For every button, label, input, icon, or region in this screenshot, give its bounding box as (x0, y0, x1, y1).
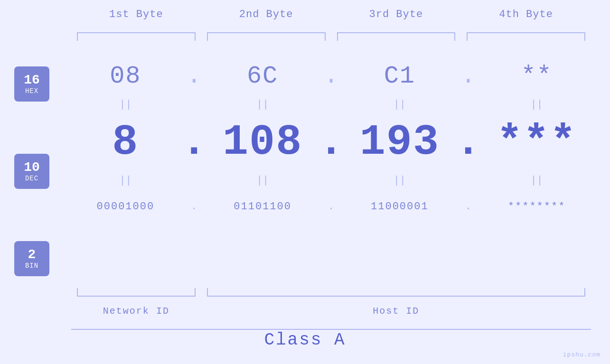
top-bracket-2 (207, 32, 326, 41)
dec-dot-1: . (181, 114, 207, 171)
byte-header-2: 2nd Byte (201, 9, 331, 20)
bin-val-3: 11000001 (371, 190, 429, 223)
dec-dot-3: . (455, 114, 481, 171)
host-bracket (207, 288, 585, 297)
byte-headers: 1st Byte 2nd Byte 3rd Byte 4th Byte (71, 9, 591, 20)
hex-val-4: ** (521, 57, 552, 95)
hex-badge-number: 16 (24, 73, 40, 88)
watermark: ipshu.com (563, 351, 601, 358)
bin-val-4: ******** (508, 190, 566, 223)
bottom-brackets (71, 288, 591, 302)
eq2-1: || (119, 171, 131, 190)
bin-badge: 2 BIN (14, 241, 49, 276)
dec-val-1: 8 (112, 114, 139, 171)
eq2-3: || (394, 171, 406, 190)
bin-val-2: 01101100 (234, 190, 291, 223)
eq1-4: || (530, 95, 543, 114)
byte-col-3: C1 || 193 || 11000001 (346, 57, 454, 223)
hex-dot-1: . (187, 57, 201, 95)
hex-dot-2: . (324, 57, 338, 95)
hex-val-1: 08 (110, 57, 141, 95)
bin-badge-number: 2 (28, 248, 36, 262)
dec-val-2: 108 (223, 114, 302, 171)
sep-col-1: . . . (180, 57, 208, 223)
byte-header-4: 4th Byte (461, 9, 591, 20)
byte-col-4: ** || *** || ******** (482, 57, 591, 223)
top-bracket-4 (467, 32, 585, 41)
top-bracket-1 (77, 32, 196, 41)
bin-val-1: 00001000 (97, 190, 155, 223)
eq1-1: || (119, 95, 131, 114)
class-label: Class A (0, 330, 610, 350)
top-bracket-3 (337, 32, 456, 41)
hex-dot-3: . (461, 57, 476, 95)
hex-val-2: 6C (247, 57, 278, 95)
eq1-2: || (256, 95, 269, 114)
bin-badge-label: BIN (25, 262, 38, 270)
hex-val-3: C1 (384, 57, 415, 95)
badges-column: 16 HEX 10 DEC 2 BIN (14, 66, 49, 276)
page-container: 1st Byte 2nd Byte 3rd Byte 4th Byte 16 H… (0, 0, 610, 364)
dec-dot-2: . (318, 114, 344, 171)
hex-badge: 16 HEX (14, 66, 49, 102)
dec-val-3: 193 (360, 114, 440, 171)
network-id-label: Network ID (71, 306, 201, 317)
bracket-labels: Network ID Host ID (71, 306, 591, 317)
bottom-full-line (71, 329, 591, 330)
sep-col-3: . . . (454, 57, 482, 223)
sep-col-2: . . . (317, 57, 346, 223)
eq2-4: || (530, 171, 543, 190)
network-bracket (77, 288, 196, 297)
byte-col-1: 08 || 8 || 00001000 (71, 57, 180, 223)
main-grid: 08 || 8 || 00001000 . . . 6C || 108 || 0… (71, 57, 591, 223)
dec-badge-label: DEC (25, 175, 38, 182)
byte-header-1: 1st Byte (71, 9, 201, 20)
bin-dot-2: . (328, 190, 334, 223)
eq2-2: || (256, 171, 269, 190)
eq1-3: || (394, 95, 406, 114)
byte-col-2: 6C || 108 || 01101100 (208, 57, 317, 223)
top-brackets (71, 32, 591, 41)
host-id-label: Host ID (201, 306, 591, 317)
hex-badge-label: HEX (25, 87, 38, 95)
bin-dot-1: . (191, 190, 197, 223)
bin-dot-3: . (465, 190, 471, 223)
byte-header-3: 3rd Byte (331, 9, 461, 20)
dec-badge: 10 DEC (14, 154, 49, 189)
dec-val-4: *** (497, 114, 577, 171)
dec-badge-number: 10 (24, 160, 40, 175)
